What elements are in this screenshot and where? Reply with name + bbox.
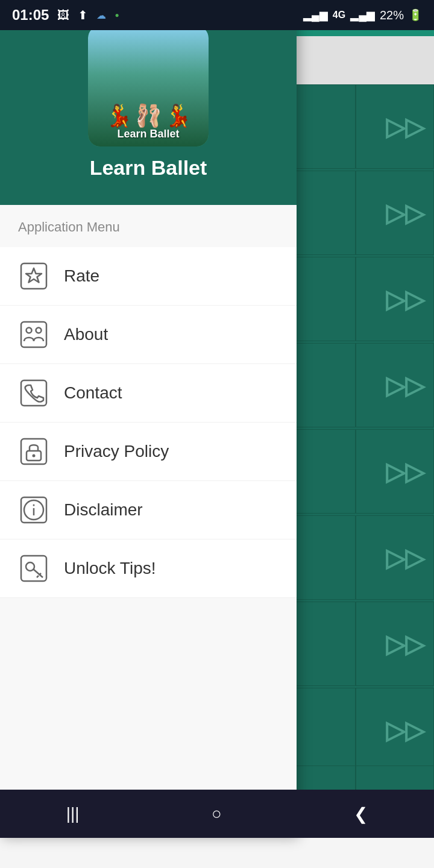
menu-item-disclaimer[interactable]: Disclaimer bbox=[0, 481, 297, 539]
nav-recent-apps-button[interactable]: ||| bbox=[48, 798, 98, 829]
arrow-icon: ▷▷ bbox=[386, 543, 424, 573]
grid-cell-arrow[interactable]: ▷▷ bbox=[356, 343, 434, 427]
dancer-figure: 💃 bbox=[165, 103, 192, 128]
arrow-icon: ▷▷ bbox=[386, 371, 424, 400]
network-type-icon: 4G bbox=[333, 10, 345, 20]
grid-cell bbox=[295, 602, 356, 686]
app-icon: 💃 🩰 💃 Learn Ballet bbox=[88, 26, 209, 146]
grid-cell bbox=[295, 343, 356, 427]
menu-item-unlock-label: Unlock Tips! bbox=[64, 559, 156, 578]
nav-home-button[interactable]: ○ bbox=[193, 798, 240, 829]
arrow-icon: ▷▷ bbox=[386, 285, 424, 314]
menu-item-unlock[interactable]: Unlock Tips! bbox=[0, 539, 297, 598]
grid-cell-arrow[interactable]: ▷▷ bbox=[356, 688, 434, 772]
menu-item-rate-label: Rate bbox=[64, 266, 99, 286]
menu-section-label: Application Menu bbox=[0, 205, 297, 247]
menu-list: Rate About bbox=[0, 247, 297, 598]
key-icon bbox=[18, 553, 49, 584]
status-time: 01:05 bbox=[12, 7, 49, 24]
icon-label: Learn Ballet bbox=[88, 128, 209, 140]
menu-item-rate[interactable]: Rate bbox=[0, 247, 297, 306]
grid-cell bbox=[295, 171, 356, 255]
grid-cell-arrow[interactable]: ▷▷ bbox=[356, 602, 434, 686]
signal2-icon: ▂▄▆ bbox=[350, 8, 375, 22]
grid-cell bbox=[295, 257, 356, 341]
svg-rect-2 bbox=[21, 322, 46, 347]
people-icon bbox=[18, 319, 49, 350]
grid-cell bbox=[295, 429, 356, 514]
image-status-icon: 🖼 bbox=[57, 8, 69, 22]
navigation-drawer: 💃 🩰 💃 Learn Ballet Learn Ballet Applicat… bbox=[0, 0, 297, 838]
battery-percent: 22% bbox=[380, 8, 404, 22]
svg-marker-1 bbox=[26, 268, 42, 283]
signal-icon: ▂▄▆ bbox=[303, 8, 328, 22]
ballet-dancers-graphic: 💃 🩰 💃 bbox=[105, 103, 192, 128]
phone-icon bbox=[18, 377, 49, 409]
nav-back-button[interactable]: ❮ bbox=[336, 798, 386, 830]
menu-item-privacy[interactable]: Privacy Policy bbox=[0, 423, 297, 481]
arrow-icon: ▷▷ bbox=[386, 629, 424, 659]
svg-rect-0 bbox=[21, 263, 46, 289]
grid-cell-arrow[interactable]: ▷▷ bbox=[356, 84, 434, 169]
grid-cell-arrow[interactable]: ▷▷ bbox=[356, 515, 434, 600]
menu-item-about[interactable]: About bbox=[0, 306, 297, 364]
bottom-nav-bar: ||| ○ ❮ bbox=[0, 790, 434, 838]
menu-item-contact[interactable]: Contact bbox=[0, 364, 297, 423]
search-area bbox=[295, 36, 434, 84]
menu-item-about-label: About bbox=[64, 325, 108, 344]
star-icon bbox=[18, 260, 49, 292]
app-title: Learn Ballet bbox=[90, 156, 207, 180]
app-icon-ballet: 💃 🩰 💃 Learn Ballet bbox=[88, 26, 209, 146]
grid-cell-arrow[interactable]: ▷▷ bbox=[356, 429, 434, 514]
info-icon bbox=[18, 494, 49, 526]
lock-icon bbox=[18, 436, 49, 467]
upload-status-icon: ⬆ bbox=[78, 8, 88, 22]
menu-item-disclaimer-label: Disclaimer bbox=[64, 500, 143, 520]
grid-cell bbox=[295, 84, 356, 169]
cloud-status-icon: ☁ bbox=[96, 10, 106, 21]
svg-point-3 bbox=[27, 328, 32, 333]
arrow-icon: ▷▷ bbox=[386, 112, 424, 142]
svg-point-12 bbox=[33, 505, 35, 506]
menu-section: Application Menu Rate bbox=[0, 205, 297, 838]
dancer-figure: 🩰 bbox=[135, 103, 162, 128]
menu-item-contact-label: Contact bbox=[64, 383, 122, 403]
svg-point-8 bbox=[33, 454, 36, 458]
grid-cell bbox=[295, 515, 356, 600]
arrow-icon: ▷▷ bbox=[386, 457, 424, 486]
svg-rect-5 bbox=[21, 380, 46, 406]
drawer-header: 💃 🩰 💃 Learn Ballet Learn Ballet bbox=[0, 0, 297, 205]
arrow-icon: ▷▷ bbox=[386, 198, 424, 228]
grid-cell-arrow[interactable]: ▷▷ bbox=[356, 257, 434, 341]
battery-icon: 🔋 bbox=[409, 8, 422, 22]
grid-cell-arrow[interactable]: ▷▷ bbox=[356, 171, 434, 255]
arrow-icon: ▷▷ bbox=[386, 715, 424, 745]
dancer-figure: 💃 bbox=[105, 103, 133, 128]
dot-status-icon: ● bbox=[115, 11, 119, 19]
grid-cell bbox=[295, 688, 356, 772]
menu-item-privacy-label: Privacy Policy bbox=[64, 442, 169, 461]
svg-point-4 bbox=[36, 328, 42, 333]
